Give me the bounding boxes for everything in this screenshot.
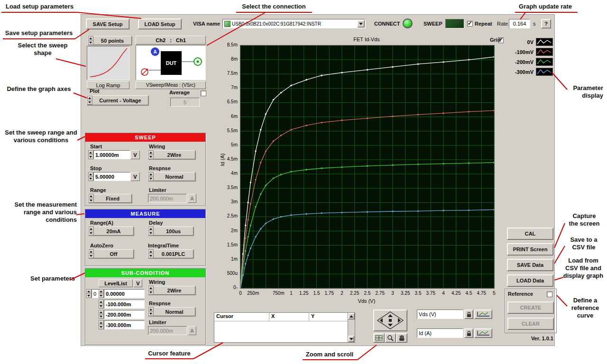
wiring-select[interactable]: 2Wire xyxy=(148,150,195,159)
delay-select[interactable]: 100us xyxy=(148,227,193,236)
autozero-select[interactable]: Off xyxy=(88,249,134,258)
autozero-spinner[interactable] xyxy=(89,249,94,258)
clear-button[interactable]: CLEAR xyxy=(507,318,554,330)
save-setup-button[interactable]: SAVE Setup xyxy=(86,18,129,29)
wiring-spinner[interactable] xyxy=(148,150,154,159)
legend-curve-swatch-icon[interactable] xyxy=(536,38,553,46)
reference-checkbox[interactable] xyxy=(547,291,552,297)
points-select[interactable]: 50 points xyxy=(88,36,132,45)
sub-limiter-value-field[interactable]: 200.000m xyxy=(148,326,187,335)
plot-type-spinner[interactable] xyxy=(87,96,92,105)
level-value-field[interactable]: -100.000m xyxy=(104,300,145,309)
level-spinner[interactable] xyxy=(99,320,104,329)
limiter-value-field[interactable]: 200.000m xyxy=(148,194,187,203)
rate-input[interactable]: 0.164 xyxy=(509,19,530,28)
legend-curve-swatch-icon[interactable] xyxy=(536,58,553,66)
level-spinner[interactable] xyxy=(99,310,104,319)
print-screen-button[interactable]: PRINT Screen xyxy=(507,243,553,255)
sweep-status-label: SWEEP xyxy=(423,21,442,27)
measure-range-select[interactable]: 20mA xyxy=(88,227,134,236)
cursor-mover-button[interactable] xyxy=(373,309,407,331)
measure-range-spinner[interactable] xyxy=(89,227,94,236)
level-spinner[interactable] xyxy=(99,300,104,309)
average-checkbox[interactable] xyxy=(201,91,206,96)
level-value-field[interactable]: -200.000m xyxy=(104,310,145,319)
reference-group: Reference CREATE CLEAR xyxy=(505,289,557,333)
start-unit[interactable]: V xyxy=(130,150,140,159)
sub-response-select[interactable]: Normal xyxy=(148,307,195,316)
level-value-field[interactable]: -300.000m xyxy=(104,320,145,329)
sub-wiring-spinner[interactable] xyxy=(148,286,154,295)
x-axis-name-field[interactable]: Vds (V) xyxy=(417,309,463,319)
start-value-field[interactable]: 1.00000m xyxy=(93,150,130,159)
visa-resource-select[interactable]: USB0:0x0B21:0x002C:91G817942:INSTR xyxy=(222,19,366,28)
rate-unit-label: s xyxy=(533,21,536,27)
x-tick-label: 1.75 xyxy=(325,291,334,296)
level-index-spinner[interactable] xyxy=(86,289,92,298)
stop-value-field[interactable]: 5.00000 xyxy=(93,172,130,181)
help-button[interactable]: ? xyxy=(541,19,551,28)
range-spinner[interactable] xyxy=(89,194,94,203)
x-tick-label: 3.5 xyxy=(415,291,422,296)
hand-icon xyxy=(398,335,405,341)
annotation-sweep-range: Set the sweep range and various conditio… xyxy=(4,129,78,144)
stop-unit[interactable]: V xyxy=(130,172,140,181)
cal-button[interactable]: CAL xyxy=(507,228,553,240)
y-axis-scale-button[interactable] xyxy=(474,328,492,338)
integral-time-spinner[interactable] xyxy=(148,249,154,258)
dropdown-arrow-icon[interactable] xyxy=(357,20,365,27)
zoom-tool-button[interactable] xyxy=(385,333,396,343)
load-setup-button[interactable]: LOAD Setup xyxy=(138,18,182,29)
stop-control[interactable]: 5.00000 V xyxy=(88,172,140,181)
annotation-capture: Capture the screen xyxy=(567,212,601,228)
plot-type-select[interactable]: Current - Voltage xyxy=(87,95,148,105)
legend-item[interactable]: -300mV xyxy=(507,67,556,76)
sub-wiring-select[interactable]: 2Wire xyxy=(148,286,195,295)
legend-item-label: -300mV xyxy=(507,69,533,75)
scroll-up-icon[interactable] xyxy=(348,313,355,319)
level-list-row: -300.000m xyxy=(99,320,145,329)
version-label: Ver. 1.0.1 xyxy=(507,336,553,341)
load-data-button[interactable]: LOAD Data xyxy=(507,274,553,287)
cursor-tool-button[interactable] xyxy=(373,333,385,343)
scroll-down-icon[interactable] xyxy=(348,336,354,342)
legend-item[interactable]: 0V xyxy=(507,37,556,46)
save-data-button[interactable]: SAVE Data xyxy=(507,259,553,271)
annotation-reference: Define a reference curve xyxy=(566,297,604,319)
pan-tool-button[interactable] xyxy=(396,333,407,343)
legend-item[interactable]: -200mV xyxy=(507,57,556,66)
level-value-field[interactable]: 0.00000 xyxy=(104,289,145,298)
y-axis-lock-button[interactable] xyxy=(464,328,473,338)
create-button[interactable]: CREATE xyxy=(507,301,554,314)
delay-spinner[interactable] xyxy=(148,227,154,236)
points-spinner[interactable] xyxy=(88,36,93,45)
legend-curve-swatch-icon[interactable] xyxy=(536,48,553,56)
x-tick-label: 4.25 xyxy=(451,291,460,296)
x-tick-label: 4.75 xyxy=(477,291,486,296)
legend-item[interactable]: -100mV xyxy=(507,47,556,56)
cursor-mover-icon xyxy=(374,310,407,331)
x-axis-scale-button[interactable] xyxy=(474,309,492,319)
range-select[interactable]: Fixed xyxy=(88,194,132,203)
sweep-shape-display[interactable] xyxy=(87,46,129,80)
stop-spinner[interactable] xyxy=(88,172,93,181)
level-spinner[interactable] xyxy=(99,289,104,298)
start-spinner[interactable] xyxy=(88,150,93,159)
legend-curve-swatch-icon[interactable] xyxy=(536,68,553,76)
start-label: Start xyxy=(90,144,102,149)
connection-diagram[interactable]: DUT A xyxy=(136,45,206,80)
levellist-selector[interactable]: LevelList xyxy=(99,279,133,287)
sub-response-spinner[interactable] xyxy=(148,307,154,316)
repeat-checkbox[interactable] xyxy=(467,21,473,27)
cursor-list-scrollbar[interactable] xyxy=(348,313,355,342)
start-control[interactable]: 1.00000m V xyxy=(88,150,140,159)
integral-time-select[interactable]: 0.001PLC xyxy=(148,249,193,258)
levellist-unit[interactable]: V xyxy=(134,279,142,287)
response-select[interactable]: Normal xyxy=(148,172,195,181)
y-axis-name-field[interactable]: Id (A) xyxy=(417,328,463,338)
x-axis-lock-button[interactable] xyxy=(464,309,473,319)
average-value-field[interactable]: 5 xyxy=(170,98,200,107)
plot-area[interactable] xyxy=(240,45,495,289)
response-spinner[interactable] xyxy=(148,172,154,181)
channel-select[interactable]: Ch2 : Ch1 xyxy=(136,36,206,45)
